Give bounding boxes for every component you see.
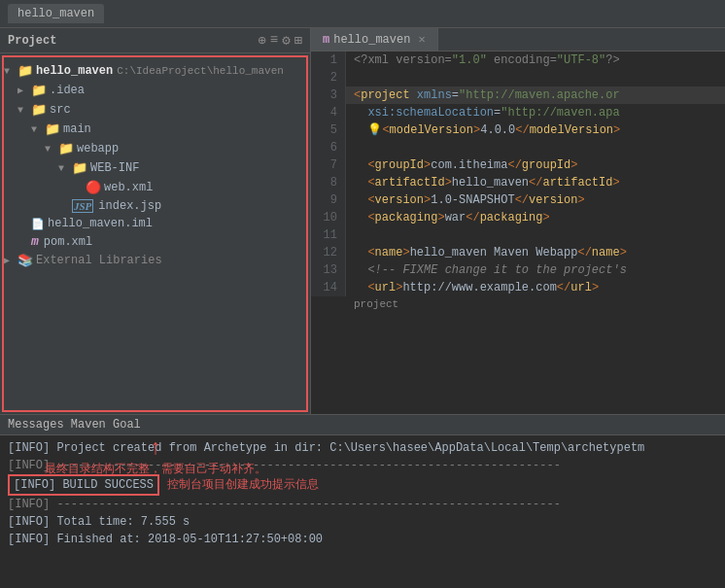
annotation-arrow: ↑ [19, 436, 292, 461]
success-annotation: 控制台项目创建成功提示信息 [167, 476, 319, 494]
editor-tab-label: hello_maven [333, 33, 410, 47]
console-line-4: [INFO] Total time: 7.555 s [8, 513, 717, 531]
line-num-10: 10 [311, 209, 346, 226]
tree-label-webinf: WEB-INF [90, 161, 139, 175]
maven-tab-icon: m [323, 33, 329, 47]
tree-item-indexjsp[interactable]: ▶ JSP index.jsp [4, 197, 306, 215]
tree-label-pomxml: pom.xml [44, 235, 92, 249]
console-line-3: [INFO] ---------------------------------… [8, 496, 717, 513]
line-content-8: <artifactId>hello_maven</artifactId> [346, 174, 725, 191]
tree-item-src[interactable]: ▼ 📁 src [4, 100, 306, 120]
add-icon[interactable]: ⊕ [258, 32, 265, 49]
console-line-success: [INFO] BUILD SUCCESS 控制台项目创建成功提示信息 [8, 474, 717, 496]
code-line-14: 14 <url>http://www.example.com</url> [311, 279, 725, 296]
tree-label-webapp: webapp [77, 142, 119, 156]
line-num-14: 14 [311, 279, 346, 296]
arrow-src: ▼ [17, 105, 31, 116]
code-line-13: 13 <!-- FIXME change it to the project's [311, 261, 725, 279]
line-content-12: <name>hello_maven Maven Webapp</name> [346, 244, 725, 261]
maven-icon-pom: m [31, 234, 39, 249]
line-num-7: 7 [311, 156, 346, 174]
tree-item-main[interactable]: ▼ 📁 main [4, 120, 306, 139]
tree-label-src: src [50, 103, 71, 117]
tree-item-pomxml[interactable]: ▶ m pom.xml [4, 232, 306, 251]
line-num-12: 12 [311, 244, 346, 261]
bottom-panel-header: Messages Maven Goal [0, 415, 725, 435]
main-area: Project ⊕ ≡ ⚙ ⊞ ▼ 📁 hello_maven C:\IdeaP… [0, 28, 725, 414]
line-content-10: <packaging>war</packaging> [346, 209, 725, 226]
project-panel: Project ⊕ ≡ ⚙ ⊞ ▼ 📁 hello_maven C:\IdeaP… [0, 28, 311, 414]
tree-item-root[interactable]: ▼ 📁 hello_maven C:\IdeaProject\hello_mav… [4, 61, 306, 81]
xml-icon-webxml: 🔴 [86, 180, 101, 195]
tree-item-webinf[interactable]: ▼ 📁 WEB-INF [4, 158, 306, 178]
tree-label-root: hello_maven [36, 64, 113, 78]
code-line-11: 11 [311, 226, 725, 244]
code-line-4: 4 xsi:schemaLocation="http://maven.apa [311, 104, 725, 121]
iml-icon: 📄 [31, 218, 45, 230]
editor-breadcrumb: project [311, 298, 725, 310]
folder-icon-webapp: 📁 [58, 141, 74, 156]
code-line-2: 2 [311, 69, 725, 86]
tree-item-idea[interactable]: ▶ 📁 .idea [4, 81, 306, 100]
line-content-13: <!-- FIXME change it to the project's [346, 261, 725, 279]
folder-icon-main: 📁 [45, 121, 60, 137]
tree-item-iml[interactable]: ▶ 📄 hello_maven.iml [4, 215, 306, 232]
extlib-icon: 📚 [17, 253, 33, 268]
tree-label-idea: .idea [50, 84, 85, 97]
code-line-8: 8 <artifactId>hello_maven</artifactId> [311, 174, 725, 191]
panel-header: Project ⊕ ≡ ⚙ ⊞ [0, 28, 310, 53]
line-content-14: <url>http://www.example.com</url> [346, 279, 725, 296]
tree-item-extlibs[interactable]: ▶ 📚 External Libraries [4, 251, 306, 270]
editor-tab-pom[interactable]: m hello_maven ✕ [311, 28, 438, 51]
tree-label-iml: hello_maven.iml [48, 217, 153, 230]
line-content-5: 💡<modelVersion>4.0.0</modelVersion> [346, 121, 725, 139]
arrow-main: ▼ [31, 124, 45, 135]
panel-title: Project [8, 34, 56, 48]
panel-icons: ⊕ ≡ ⚙ ⊞ [258, 32, 302, 49]
tree-label-indexjsp: index.jsp [98, 199, 161, 213]
arrow-extlibs: ▶ [4, 255, 17, 266]
tree-label-main: main [63, 122, 91, 136]
code-line-7: 7 <groupId>com.itheima</groupId> [311, 156, 725, 174]
editor-panel: m hello_maven ✕ 1 <?xml version="1.0" en… [311, 28, 725, 414]
layout-icon[interactable]: ⊞ [294, 32, 302, 49]
settings-icon[interactable]: ⚙ [282, 32, 290, 49]
line-num-13: 13 [311, 261, 346, 279]
line-content-11 [346, 226, 725, 244]
line-num-9: 9 [311, 191, 346, 209]
window-title-tab[interactable]: hello_maven [8, 4, 104, 23]
line-content-4: xsi:schemaLocation="http://maven.apa [346, 104, 725, 121]
build-success-badge: [INFO] BUILD SUCCESS [8, 474, 159, 496]
folder-icon-webinf: 📁 [72, 160, 87, 176]
code-line-1: 1 <?xml version="1.0" encoding="UTF-8"?> [311, 52, 725, 69]
line-content-7: <groupId>com.itheima</groupId> [346, 156, 725, 174]
expand-icon[interactable]: ≡ [270, 32, 278, 49]
line-num-3: 3 [311, 86, 346, 104]
tree-label-webxml: web.xml [104, 181, 153, 194]
arrow-root: ▼ [4, 66, 17, 77]
line-content-9: <version>1.0-SNAPSHOT</version> [346, 191, 725, 209]
tree-item-webapp[interactable]: ▼ 📁 webapp [4, 139, 306, 158]
annotation-text: 最终目录结构不完整，需要自己手动补齐。 [19, 461, 292, 477]
line-num-5: 5 [311, 121, 346, 139]
tree-label-extlibs: External Libraries [36, 254, 162, 267]
line-content-6 [346, 139, 725, 156]
code-line-6: 6 [311, 139, 725, 156]
line-content-3: <project xmlns="http://maven.apache.or [346, 86, 725, 104]
line-num-11: 11 [311, 226, 346, 244]
line-content-2 [346, 69, 725, 86]
jsp-icon-index: JSP [72, 199, 93, 213]
line-num-6: 6 [311, 139, 346, 156]
arrow-webapp: ▼ [45, 144, 58, 155]
title-bar: hello_maven [0, 0, 725, 28]
editor-tab-bar: m hello_maven ✕ [311, 28, 725, 52]
code-line-9: 9 <version>1.0-SNAPSHOT</version> [311, 191, 725, 209]
code-line-3: 3 <project xmlns="http://maven.apache.or [311, 86, 725, 104]
line-num-1: 1 [311, 52, 346, 69]
line-num-4: 4 [311, 104, 346, 121]
code-line-5: 5 💡<modelVersion>4.0.0</modelVersion> [311, 121, 725, 139]
close-tab-icon[interactable]: ✕ [418, 32, 425, 47]
folder-icon-root: 📁 [17, 63, 33, 79]
tree-item-webxml[interactable]: ▶ 🔴 web.xml [4, 178, 306, 197]
editor-content: 1 <?xml version="1.0" encoding="UTF-8"?>… [311, 52, 725, 414]
